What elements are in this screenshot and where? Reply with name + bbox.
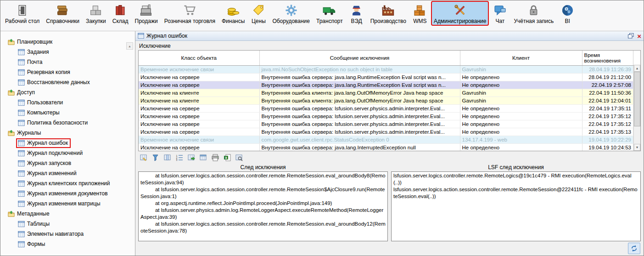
sidebar-item-navigator-elements[interactable]: Элементы навигатора (0, 229, 135, 239)
sidebar-item-document-change-log[interactable]: Журнал изменения документов (0, 188, 135, 199)
cell-time[interactable]: 22.04.19 12:04:01 (582, 97, 633, 105)
cell-message[interactable]: Внутренняя ошибка клиента: java.lang.Out… (259, 97, 460, 105)
column-header-object-class[interactable]: Класс объекта (139, 51, 259, 66)
sidebar-item-change-log[interactable]: Журнал изменений (0, 168, 135, 178)
toolbar-item-finance[interactable]: Финансы (220, 2, 246, 25)
column-header-message[interactable]: Сообщение исключения (259, 51, 460, 66)
cell-time[interactable]: 19.04.19 10:22:29 (582, 136, 633, 144)
sidebar-item-tasks[interactable]: Задания (0, 47, 135, 57)
scrollbar-track[interactable] (634, 72, 640, 144)
sidebar-scroll-up-icon[interactable]: ▲ (126, 42, 133, 50)
scroll-down-icon[interactable]: ▼ (634, 144, 640, 151)
cell-time[interactable]: 22.04.19 11:50:36 (582, 89, 633, 97)
exception-table-row[interactable]: Временное исключение связиjava.rmi.NoSuc… (139, 66, 633, 74)
cell-object-class[interactable]: Временное исключение связи (139, 136, 259, 144)
cell-client[interactable]: Не определено (460, 144, 582, 152)
cell-client[interactable]: 134.17.4.199 - web (460, 136, 582, 144)
exception-table-row[interactable]: Исключение на сервереВнутренняя ошибка с… (139, 105, 633, 113)
cell-message[interactable]: Внутренняя ошибка сервера: lsfusion.serv… (259, 105, 460, 113)
count-quantity-button[interactable] (198, 153, 208, 162)
sidebar-item-launch-log[interactable]: Журнал запусков (0, 158, 135, 168)
grid-vertical-scrollbar[interactable]: ▲ ▼ (633, 65, 640, 151)
cell-time[interactable]: 28.04.19 21:12:00 (582, 74, 633, 81)
cell-client[interactable]: Gavrushin (460, 66, 582, 74)
cell-object-class[interactable]: Исключение на сервере (139, 74, 259, 81)
cell-time[interactable]: 22.04.19 17:35:12 (582, 120, 633, 128)
sidebar-item-forms[interactable]: Формы (0, 239, 135, 249)
exception-table-row[interactable]: Временное исключение связиcom.google.gwt… (139, 136, 633, 144)
toolbar-item-bi[interactable]: BI (558, 2, 577, 25)
cell-object-class[interactable]: Исключение на сервере (139, 144, 259, 152)
cell-object-class[interactable]: Исключение на сервере (139, 105, 259, 113)
toolbar-item-administration[interactable]: Администрирование (432, 2, 488, 25)
toolbar-item-retail[interactable]: Розничная торговля (162, 2, 217, 25)
cell-client[interactable]: Не определено (460, 81, 582, 89)
cell-time[interactable]: 22.04.19 17:35:13 (582, 128, 633, 136)
sidebar-item-error-log[interactable]: Журнал ошибок (0, 138, 135, 148)
excel-export-button[interactable]: X (222, 153, 232, 162)
toolbar-item-equipment[interactable]: Оборудование (270, 2, 312, 25)
cell-client[interactable]: Gavrushin (460, 89, 582, 97)
toolbar-item-transport[interactable]: Транспорт (314, 2, 345, 25)
group-settings-button[interactable] (138, 153, 149, 162)
exception-table-row[interactable]: Исключение на клиентеВнутренняя ошибка к… (139, 97, 633, 105)
sidebar-item-logs[interactable]: Журналы (0, 128, 135, 138)
sidebar-item-matrix-change-log[interactable]: Журнал изменения матрицы (0, 199, 135, 209)
cell-message[interactable]: com.google.gwt.user.client.rpc.StatusCod… (259, 136, 460, 144)
toolbar-item-references[interactable]: Справочники (44, 2, 81, 25)
report-button[interactable] (234, 153, 244, 162)
cell-object-class[interactable]: Исключение на сервере (139, 120, 259, 128)
toolbar-item-sales[interactable]: Продажи (133, 2, 160, 25)
exception-table-row[interactable]: Исключение на сервереВнутренняя ошибка с… (139, 113, 633, 120)
cell-message[interactable]: java.rmi.NoSuchObjectException no such o… (259, 66, 460, 74)
toolbar-item-warehouse[interactable]: Склад (111, 2, 130, 25)
sidebar-item-computers[interactable]: Компьютеры (0, 108, 135, 118)
filter-button[interactable] (150, 153, 161, 162)
cell-message[interactable]: Внутренняя ошибка сервера: lsfusion.serv… (259, 128, 460, 136)
exception-table-row[interactable]: Исключение на сервереВнутренняя ошибка с… (139, 81, 633, 89)
export-grid-button[interactable] (186, 153, 196, 162)
print-button[interactable] (210, 153, 220, 162)
cell-client[interactable]: Не определено (460, 74, 582, 81)
cell-message[interactable]: Внутренняя ошибка сервера: java.lang.Run… (259, 81, 460, 89)
cell-time[interactable]: 19.04.19 10:24:53 (582, 144, 633, 152)
cell-client[interactable]: Не определено (460, 120, 582, 128)
toolbar-item-wms[interactable]: WMS (411, 2, 429, 25)
toolbar-item-desktop[interactable]: Рабочий стол (3, 2, 41, 25)
refresh-button[interactable] (628, 243, 640, 254)
cell-object-class[interactable]: Исключение на сервере (139, 81, 259, 89)
close-window-icon[interactable]: × (637, 33, 641, 39)
toolbar-item-chat[interactable]: Чат (491, 2, 509, 25)
cell-message[interactable]: Внутренняя ошибка сервера: lsfusion.serv… (259, 120, 460, 128)
cell-time[interactable]: 22.04.19 2:57:08 (582, 81, 633, 89)
cell-object-class[interactable]: Исключение на клиенте (139, 89, 259, 97)
exception-table-row[interactable]: Исключение на сервереВнутренняя ошибка с… (139, 120, 633, 128)
cell-client[interactable]: Gavrushin (460, 97, 582, 105)
sidebar-item-tables[interactable]: Таблицы (0, 219, 135, 229)
sidebar-item-metadata[interactable]: Метаданные (0, 209, 135, 219)
cell-object-class[interactable]: Исключение на клиенте (139, 97, 259, 105)
column-header-client[interactable]: Клиент (460, 51, 582, 66)
cell-client[interactable]: Не определено (460, 105, 582, 113)
scroll-up-icon[interactable]: ▲ (634, 65, 640, 72)
exception-table-row[interactable]: Исключение на сервереВнутренняя ошибка с… (139, 128, 633, 136)
sidebar-item-client-apps-log[interactable]: Журнал клиентских приложений (0, 178, 135, 188)
cell-object-class[interactable]: Временное исключение связи (139, 66, 259, 74)
exception-table-row[interactable]: Исключение на сервереВнутренняя ошибка с… (139, 144, 633, 152)
restore-window-icon[interactable] (628, 33, 634, 39)
sidebar-item-scheduler[interactable]: Планировщик (0, 37, 135, 47)
toolbar-item-account[interactable]: Учётная запись (512, 2, 555, 25)
column-header-time[interactable]: Время возникновения (582, 51, 633, 66)
cell-time[interactable]: 22.04.19 17:35:12 (582, 113, 633, 120)
cell-message[interactable]: Внутренняя ошибка сервера: java.lang.Int… (259, 144, 460, 152)
toolbar-item-purchases[interactable]: Закупки (84, 2, 108, 25)
scrollbar-thumb[interactable] (634, 72, 640, 126)
sidebar-item-users[interactable]: Пользователи (0, 97, 135, 108)
sidebar-item-security-policy[interactable]: Политика безопасности (0, 118, 135, 128)
cell-time[interactable]: 22.04.19 17:35:11 (582, 105, 633, 113)
cell-object-class[interactable]: Исключение на сервере (139, 113, 259, 120)
toolbar-item-customs[interactable]: ВЭД (347, 2, 366, 25)
cell-client[interactable]: Не определено (460, 113, 582, 120)
exception-table-row[interactable]: Исключение на клиентеВнутренняя ошибка к… (139, 89, 633, 97)
exception-table-row[interactable]: Исключение на сервереВнутренняя ошибка с… (139, 74, 633, 81)
